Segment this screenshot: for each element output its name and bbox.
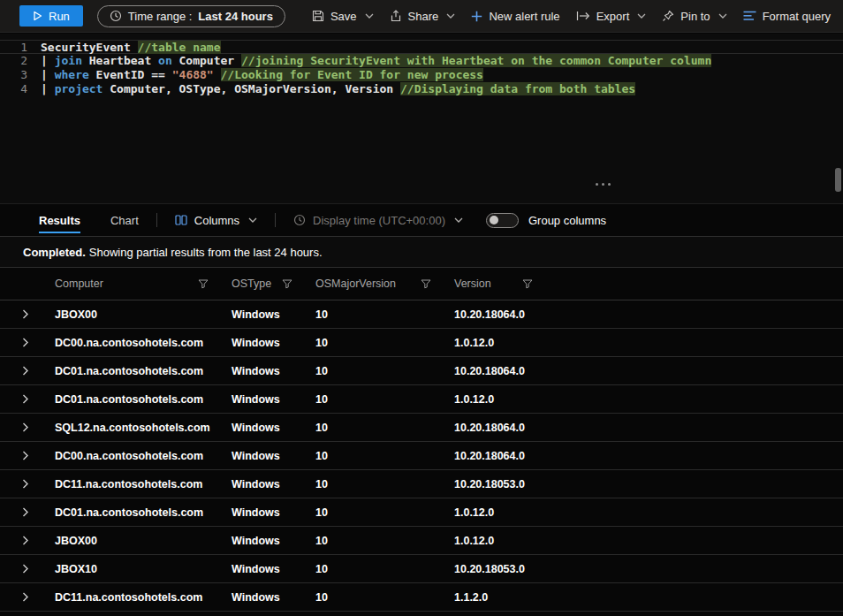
- code-line[interactable]: 3| where EventID == "4688" //Looking for…: [0, 68, 843, 82]
- cell-computer: DC01.na.contosohotels.com: [49, 506, 226, 519]
- format-query-icon: [743, 11, 756, 21]
- row-expand-chevron-icon[interactable]: [0, 479, 49, 489]
- cell-ostype: Windows: [226, 393, 310, 406]
- table-row[interactable]: DC01.na.contosohotels.comWindows101.0.12…: [0, 385, 843, 414]
- cell-ostype: Windows: [226, 308, 310, 321]
- column-header-osmajorversion[interactable]: OSMajorVersion: [310, 268, 449, 300]
- cell-computer: DC00.na.contosohotels.com: [49, 450, 226, 462]
- run-button[interactable]: Run: [19, 5, 83, 27]
- column-header-version[interactable]: Version: [449, 268, 551, 300]
- cell-version: 10.20.18064.0: [449, 365, 551, 377]
- export-button[interactable]: Export: [576, 10, 647, 23]
- pin-to-button[interactable]: Pin to: [662, 10, 726, 23]
- cell-computer: JBOX00: [49, 308, 226, 321]
- filter-icon[interactable]: [282, 279, 292, 289]
- table-row[interactable]: DC11.na.contosohotels.comWindows101.1.2.…: [0, 583, 843, 612]
- clock-icon: [293, 214, 306, 226]
- code-line[interactable]: 1SecurityEvent //table name: [0, 40, 843, 54]
- save-button[interactable]: Save: [312, 10, 374, 23]
- cell-ostype: Windows: [226, 591, 310, 604]
- chevron-down-icon: [248, 217, 257, 223]
- table-row[interactable]: JBOX10Windows1010.20.18053.0: [0, 555, 843, 583]
- new-alert-rule-label: New alert rule: [489, 10, 559, 23]
- column-label: Computer: [55, 278, 103, 290]
- cell-computer: JBOX10: [49, 563, 226, 575]
- tab-chart-label: Chart: [110, 214, 139, 227]
- cell-osmajorversion: 10: [310, 365, 449, 377]
- line-number: 4: [0, 82, 41, 96]
- share-button[interactable]: Share: [390, 10, 456, 23]
- cell-version: 10.20.18064.0: [449, 422, 551, 434]
- table-row[interactable]: DC00.na.contosohotels.comWindows1010.20.…: [0, 442, 843, 470]
- results-pane: Results Chart Columns Display time (UTC+…: [0, 203, 843, 616]
- row-expand-chevron-icon[interactable]: [0, 338, 49, 347]
- query-editor[interactable]: 1SecurityEvent //table name2| join Heart…: [0, 34, 843, 203]
- row-expand-chevron-icon[interactable]: [0, 451, 49, 460]
- cell-osmajorversion: 10: [310, 506, 449, 519]
- cell-version: 1.1.2.0: [449, 591, 551, 604]
- group-columns-toggle[interactable]: [486, 213, 519, 228]
- cell-osmajorversion: 10: [310, 478, 449, 491]
- table-row[interactable]: DC11.na.contosohotels.comWindows1010.20.…: [0, 470, 843, 498]
- filter-icon[interactable]: [522, 279, 533, 289]
- columns-dropdown[interactable]: Columns: [175, 214, 257, 227]
- row-expand-chevron-icon[interactable]: [0, 564, 49, 574]
- status-message: Showing partial results from the last 24…: [89, 246, 323, 259]
- command-group: Save Share New alert rule Export: [312, 10, 831, 23]
- table-row[interactable]: DC01.na.contosohotels.comWindows1010.20.…: [0, 357, 843, 385]
- filter-icon[interactable]: [198, 279, 209, 289]
- column-header-computer[interactable]: Computer: [49, 268, 226, 300]
- display-time-dropdown: Display time (UTC+00:00): [293, 214, 463, 227]
- cell-osmajorversion: 10: [310, 591, 449, 604]
- chevron-down-icon[interactable]: [446, 13, 455, 19]
- row-expand-chevron-icon[interactable]: [0, 592, 49, 602]
- new-alert-rule-button[interactable]: New alert rule: [471, 10, 559, 23]
- table-row[interactable]: DC00.na.contosohotels.comWindows101.0.12…: [0, 329, 843, 357]
- chevron-down-icon[interactable]: [637, 13, 646, 19]
- cell-computer: JBOX00: [49, 535, 226, 547]
- row-expand-chevron-icon[interactable]: [0, 366, 49, 376]
- results-header: ComputerOSTypeOSMajorVersionVersion: [0, 268, 843, 300]
- pin-to-label: Pin to: [680, 10, 710, 23]
- code-line[interactable]: 4| project Computer, OSType, OSMajorVers…: [0, 82, 843, 96]
- columns-label: Columns: [194, 214, 239, 227]
- toggle-knob: [490, 216, 498, 224]
- table-row[interactable]: JBOX00Windows1010.20.18064.0: [0, 300, 843, 329]
- filter-icon[interactable]: [421, 279, 431, 289]
- run-label: Run: [49, 10, 70, 23]
- chevron-down-icon[interactable]: [365, 13, 374, 19]
- share-icon: [390, 10, 402, 22]
- line-number: 1: [0, 41, 41, 53]
- cell-version: 1.0.12.0: [449, 393, 551, 406]
- row-expand-chevron-icon[interactable]: [0, 536, 49, 545]
- cell-ostype: Windows: [226, 337, 310, 349]
- table-row[interactable]: SQL12.na.contosohotels.comWindows1010.20…: [0, 414, 843, 442]
- row-expand-chevron-icon[interactable]: [0, 422, 49, 432]
- table-row[interactable]: JBOX00Windows101.0.12.0: [0, 527, 843, 555]
- time-range-value: Last 24 hours: [198, 10, 273, 23]
- cell-version: 10.20.18064.0: [449, 308, 551, 321]
- column-label: Version: [454, 278, 491, 290]
- cell-computer: DC01.na.contosohotels.com: [49, 365, 226, 377]
- save-label: Save: [330, 10, 357, 23]
- time-range-picker[interactable]: Time range : Last 24 hours: [97, 5, 285, 27]
- chevron-down-icon: [454, 217, 463, 223]
- row-expand-chevron-icon[interactable]: [0, 507, 49, 517]
- row-expand-chevron-icon[interactable]: [0, 309, 49, 319]
- tab-chart[interactable]: Chart: [110, 204, 139, 236]
- cell-osmajorversion: 10: [310, 563, 449, 575]
- code-line[interactable]: 2| join Heartbeat on Computer //joining …: [0, 54, 843, 68]
- play-icon: [33, 11, 42, 21]
- cell-ostype: Windows: [226, 506, 310, 519]
- chevron-down-icon[interactable]: [718, 13, 727, 19]
- pane-resize-gripper[interactable]: [596, 183, 611, 186]
- tab-results[interactable]: Results: [39, 204, 80, 236]
- table-row[interactable]: DC01.na.contosohotels.comWindows101.0.12…: [0, 498, 843, 527]
- cell-ostype: Windows: [226, 422, 310, 434]
- column-header-ostype[interactable]: OSType: [226, 268, 310, 300]
- editor-scrollbar-thumb[interactable]: [835, 168, 841, 192]
- cell-ostype: Windows: [226, 478, 310, 491]
- row-expand-chevron-icon[interactable]: [0, 394, 49, 404]
- format-query-button[interactable]: Format query: [743, 10, 831, 23]
- cell-osmajorversion: 10: [310, 337, 449, 349]
